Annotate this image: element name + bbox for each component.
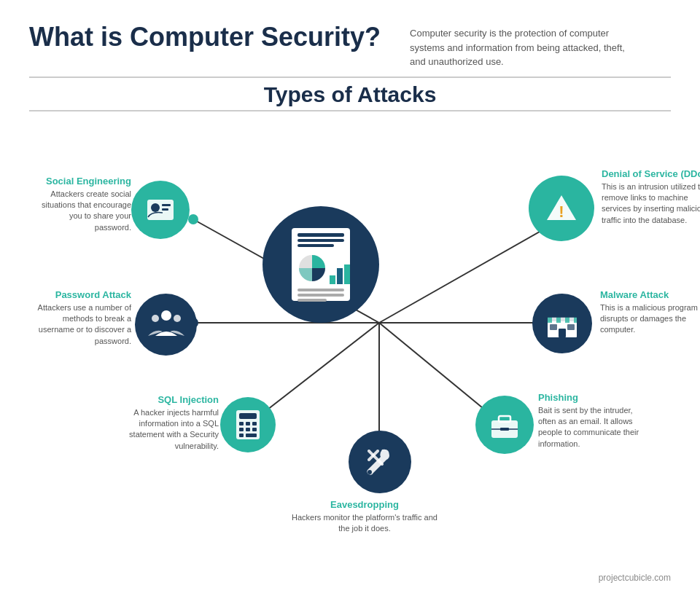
malware-attack-desc: This is a malicious program that disrupt… (600, 302, 700, 336)
calculator-icon (233, 409, 262, 441)
svg-rect-50 (246, 428, 250, 431)
footer-url: projectcubicle.com (599, 573, 671, 583)
svg-rect-24 (298, 299, 327, 302)
svg-point-7 (188, 214, 198, 224)
svg-rect-42 (567, 324, 575, 330)
eavesdropping-desc: Hackers monitor the platform's traffic a… (292, 512, 438, 535)
svg-rect-22 (298, 289, 344, 291)
svg-rect-47 (246, 422, 250, 426)
svg-rect-39 (574, 317, 577, 323)
svg-rect-38 (565, 317, 569, 323)
sql-injection-desc: A hacker injects harmful information int… (117, 407, 219, 452)
ddos-node: ! (529, 176, 594, 241)
phishing-text: Phishing Bait is sent by the intruder, o… (538, 392, 648, 450)
svg-rect-16 (298, 239, 344, 242)
svg-rect-20 (337, 268, 343, 284)
svg-rect-53 (246, 434, 257, 437)
password-attack-text: Password Attack Attackers use a number o… (36, 289, 131, 348)
svg-rect-25 (147, 200, 174, 220)
eavesdropping-node (349, 431, 411, 493)
svg-rect-45 (239, 413, 257, 419)
svg-rect-49 (239, 428, 244, 431)
diagram-area: Social Engineering Attackers create soci… (29, 111, 671, 534)
svg-rect-48 (252, 422, 257, 426)
briefcase-icon (489, 409, 521, 441)
svg-rect-19 (330, 275, 335, 284)
password-attack-node (135, 294, 197, 356)
phishing-label: Phishing (538, 392, 648, 403)
malware-attack-text: Malware Attack This is a malicious progr… (600, 289, 700, 336)
store-icon (544, 307, 580, 340)
eavesdropping-text: Eavesdropping Hackers monitor the platfo… (292, 499, 438, 535)
section-title: Types of Attacks (29, 82, 671, 107)
svg-rect-36 (548, 317, 552, 323)
ddos-label: Denial of Service (DDoS) (602, 168, 700, 179)
svg-rect-23 (298, 294, 344, 297)
svg-rect-46 (239, 422, 244, 426)
group-icon (148, 308, 184, 340)
center-icon (262, 206, 379, 323)
svg-rect-37 (556, 317, 561, 323)
password-attack-desc: Attackers use a number of methods to bre… (36, 302, 131, 348)
svg-rect-27 (162, 204, 171, 206)
svg-point-58 (368, 470, 372, 474)
svg-rect-21 (344, 264, 350, 284)
social-engineering-label: Social Engineering (36, 176, 131, 187)
social-engineering-node (131, 181, 190, 239)
phishing-node (475, 396, 534, 454)
warning-icon: ! (544, 191, 579, 226)
social-engineering-text: Social Engineering Attackers create soci… (36, 176, 131, 234)
svg-rect-28 (162, 208, 168, 211)
svg-rect-51 (252, 428, 257, 431)
sql-injection-label: SQL Injection (117, 394, 219, 405)
social-engineering-desc: Attackers create social situations that … (36, 189, 131, 234)
svg-text:!: ! (559, 203, 564, 221)
sql-injection-node (220, 397, 276, 452)
eavesdropping-label: Eavesdropping (292, 499, 438, 510)
svg-rect-55 (499, 416, 510, 422)
svg-rect-52 (239, 434, 244, 437)
svg-rect-40 (559, 329, 566, 337)
page-title: What is Computer Security? (29, 22, 381, 52)
svg-rect-15 (298, 233, 344, 237)
center-document-icon (284, 224, 357, 305)
svg-point-26 (151, 203, 160, 212)
svg-point-33 (174, 315, 181, 322)
header-divider (29, 77, 671, 78)
header: What is Computer Security? Computer secu… (29, 22, 671, 69)
person-card-icon (144, 194, 176, 226)
svg-point-31 (161, 310, 171, 321)
header-description: Computer security is the protection of c… (410, 22, 643, 69)
svg-point-32 (152, 315, 159, 322)
ddos-text: Denial of Service (DDoS) This is an intr… (602, 168, 700, 227)
page: What is Computer Security? Computer secu… (0, 0, 700, 596)
malware-attack-node (532, 294, 592, 353)
ddos-desc: This is an intrusion utilized to remove … (602, 181, 700, 227)
tools-icon (362, 444, 398, 480)
svg-rect-41 (550, 324, 557, 330)
svg-rect-17 (298, 244, 334, 247)
malware-attack-label: Malware Attack (600, 289, 700, 300)
password-attack-label: Password Attack (36, 289, 131, 300)
phishing-desc: Bait is sent by the intruder, often as a… (538, 405, 648, 450)
sql-injection-text: SQL Injection A hacker injects harmful i… (117, 394, 219, 452)
